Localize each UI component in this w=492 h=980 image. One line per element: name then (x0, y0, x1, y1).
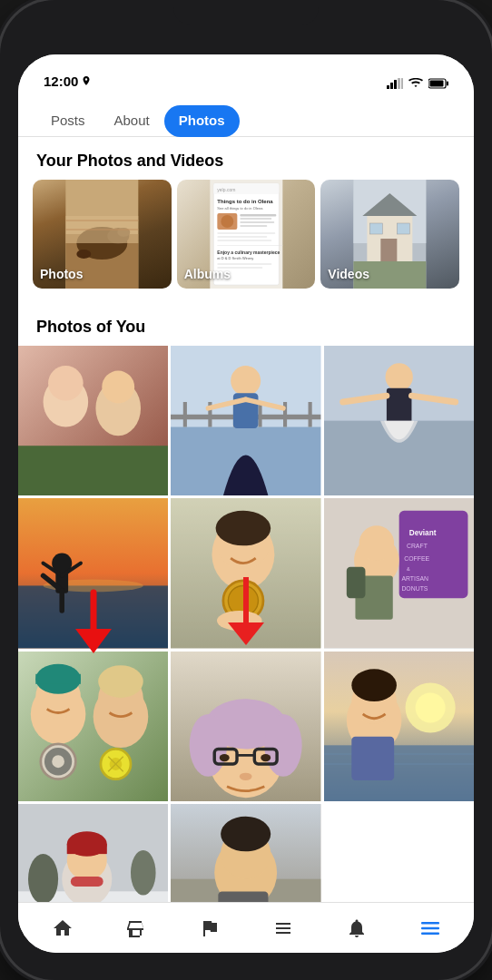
nav-marketplace[interactable] (114, 906, 158, 950)
main-content: Posts About Photos Your Photos and Video… (18, 94, 474, 902)
category-videos[interactable]: Videos (320, 180, 459, 289)
nav-watch[interactable] (188, 906, 231, 950)
svg-text:Things to do in Olena: Things to do in Olena (217, 199, 273, 204)
svg-rect-112 (35, 673, 81, 683)
svg-point-48 (48, 366, 84, 401)
svg-rect-27 (240, 221, 274, 223)
svg-text:ARTISAN: ARTISAN (401, 575, 428, 582)
signal-icon (387, 78, 403, 89)
bell-icon (346, 917, 368, 939)
grid-photo-10[interactable] (18, 804, 168, 902)
phone-frame: 12:00 (0, 0, 492, 980)
tab-photos[interactable]: Photos (164, 105, 240, 137)
svg-rect-0 (387, 85, 389, 89)
category-photos[interactable]: Photos (33, 180, 172, 289)
svg-point-126 (190, 714, 227, 777)
svg-point-69 (385, 363, 412, 390)
nav-groups[interactable] (261, 906, 305, 950)
nav-home[interactable] (41, 906, 84, 950)
svg-point-143 (351, 669, 397, 701)
home-icon (52, 917, 74, 939)
svg-point-24 (221, 215, 233, 228)
wifi-icon (408, 78, 423, 89)
svg-rect-61 (309, 402, 312, 427)
svg-point-127 (265, 714, 302, 777)
svg-point-93 (217, 611, 262, 631)
grid-photo-11[interactable] (171, 804, 320, 902)
svg-rect-31 (217, 240, 271, 241)
svg-rect-60 (283, 402, 287, 427)
time-display: 12:00 (44, 74, 78, 89)
svg-text:CRAFT: CRAFT (407, 543, 428, 549)
svg-rect-26 (240, 218, 271, 220)
svg-point-62 (231, 366, 261, 396)
svg-rect-153 (67, 844, 107, 854)
svg-point-133 (240, 772, 252, 779)
tab-posts[interactable]: Posts (36, 105, 100, 137)
svg-rect-3 (398, 78, 400, 89)
svg-rect-6 (430, 81, 444, 87)
svg-text:DONUTS: DONUTS (401, 585, 428, 592)
svg-point-137 (415, 692, 445, 722)
svg-rect-25 (240, 214, 276, 217)
svg-text:COFFEE: COFFEE (404, 555, 429, 562)
videos-label: Videos (328, 267, 369, 281)
grid-photo-7[interactable] (18, 652, 168, 801)
svg-rect-70 (387, 388, 412, 426)
svg-rect-154 (71, 877, 103, 887)
svg-point-90 (216, 511, 271, 546)
svg-rect-144 (351, 736, 394, 779)
flag-icon (199, 917, 221, 939)
svg-rect-75 (18, 586, 168, 649)
svg-rect-163 (421, 926, 439, 929)
svg-point-148 (28, 854, 58, 902)
category-albums[interactable]: yelp.com Things to do in Olena See all t… (177, 180, 316, 289)
grid-photo-6[interactable]: Deviant CRAFT COFFEE & ARTISAN DONUTS (324, 498, 474, 648)
bottom-navigation (18, 902, 474, 953)
grid-photo-8[interactable] (171, 652, 320, 801)
svg-point-160 (221, 817, 271, 852)
svg-rect-162 (421, 922, 439, 925)
nav-menu[interactable] (408, 906, 452, 950)
battery-icon (428, 78, 448, 89)
photo-categories: Photos yelp.com Things to do in Olena Se… (18, 180, 474, 303)
nav-notifications[interactable] (335, 906, 379, 950)
tab-bar: Posts About Photos (18, 94, 474, 137)
svg-rect-161 (219, 891, 269, 902)
svg-text:See all things to do in Olena: See all things to do in Olena (217, 206, 263, 211)
svg-rect-7 (447, 82, 448, 86)
svg-rect-56 (183, 402, 187, 427)
groups-icon (272, 917, 294, 939)
svg-rect-4 (401, 78, 403, 89)
grid-photo-9[interactable] (324, 652, 474, 801)
svg-rect-2 (394, 80, 397, 89)
svg-point-50 (102, 371, 134, 404)
phone-screen: 12:00 (18, 54, 474, 953)
svg-rect-106 (346, 567, 365, 598)
svg-rect-41 (381, 239, 398, 261)
svg-rect-29 (217, 232, 275, 234)
status-time: 12:00 (44, 74, 91, 89)
status-bar: 12:00 (18, 54, 474, 94)
menu-icon (419, 917, 441, 939)
svg-rect-30 (217, 236, 267, 238)
svg-text:&: & (407, 566, 410, 572)
grid-photo-5[interactable] (171, 498, 320, 648)
grid-photo-2[interactable] (171, 346, 320, 495)
svg-point-13 (76, 250, 91, 259)
notch (173, 0, 319, 25)
svg-text:at D & D Smith Winery: at D & D Smith Winery (217, 256, 253, 260)
photos-label: Photos (40, 267, 83, 281)
photos-of-you-title: Photos of You (18, 303, 474, 346)
grid-photo-4[interactable] (18, 498, 168, 648)
svg-point-115 (98, 665, 143, 698)
grid-photo-3[interactable] (324, 346, 474, 495)
status-icons (387, 78, 448, 89)
svg-rect-28 (240, 225, 267, 227)
tab-about[interactable]: About (100, 105, 164, 137)
svg-point-104 (359, 526, 394, 562)
grid-photo-1[interactable] (18, 346, 168, 495)
svg-text:yelp.com: yelp.com (217, 187, 235, 192)
svg-point-131 (220, 754, 230, 761)
svg-rect-43 (398, 223, 410, 234)
